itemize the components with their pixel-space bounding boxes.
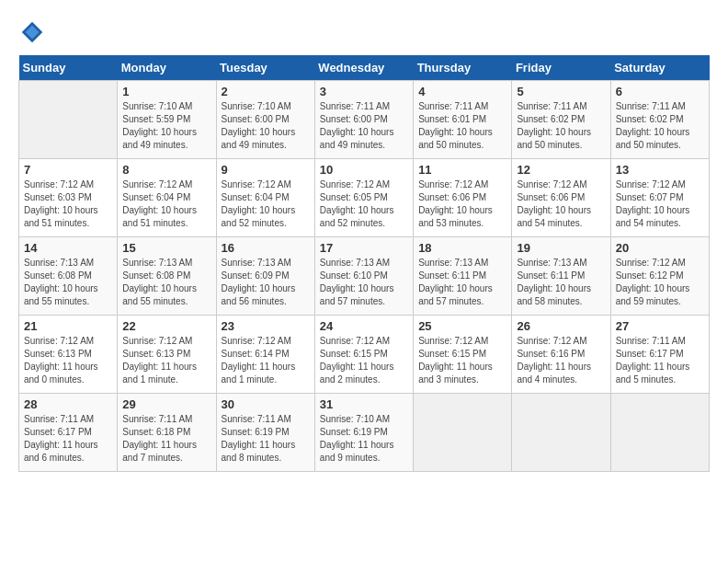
calendar-cell (512, 394, 610, 472)
calendar-cell: 12Sunrise: 7:12 AMSunset: 6:06 PMDayligh… (512, 159, 610, 237)
calendar-cell: 20Sunrise: 7:12 AMSunset: 6:12 PMDayligh… (610, 237, 709, 316)
calendar-cell: 18Sunrise: 7:13 AMSunset: 6:11 PMDayligh… (414, 237, 512, 316)
day-number: 6 (616, 85, 704, 98)
day-info: Sunrise: 7:12 AMSunset: 6:06 PMDaylight:… (517, 178, 605, 230)
day-number: 15 (122, 241, 210, 255)
day-info: Sunrise: 7:11 AMSunset: 6:00 PMDaylight:… (320, 100, 408, 152)
day-number: 12 (517, 163, 605, 177)
calendar-week-1: 1Sunrise: 7:10 AMSunset: 5:59 PMDaylight… (19, 81, 710, 159)
day-number: 13 (616, 163, 704, 177)
calendar-body: 1Sunrise: 7:10 AMSunset: 5:59 PMDaylight… (19, 81, 710, 472)
day-number: 14 (24, 241, 112, 255)
day-info: Sunrise: 7:11 AMSunset: 6:02 PMDaylight:… (616, 100, 704, 152)
page-header (18, 18, 710, 46)
day-info: Sunrise: 7:13 AMSunset: 6:08 PMDaylight:… (24, 257, 112, 308)
calendar-cell: 4Sunrise: 7:11 AMSunset: 6:01 PMDaylight… (414, 81, 512, 159)
day-number: 2 (222, 85, 310, 98)
day-number: 27 (616, 319, 704, 333)
day-info: Sunrise: 7:12 AMSunset: 6:15 PMDaylight:… (418, 335, 506, 386)
day-info: Sunrise: 7:10 AMSunset: 5:59 PMDaylight:… (122, 100, 210, 152)
day-info: Sunrise: 7:12 AMSunset: 6:13 PMDaylight:… (24, 335, 112, 386)
day-number: 18 (418, 241, 506, 255)
day-info: Sunrise: 7:12 AMSunset: 6:06 PMDaylight:… (418, 178, 506, 230)
day-info: Sunrise: 7:11 AMSunset: 6:18 PMDaylight:… (122, 413, 210, 465)
weekday-wednesday: Wednesday (314, 55, 413, 81)
weekday-header-row: SundayMondayTuesdayWednesdayThursdayFrid… (19, 55, 710, 81)
weekday-saturday: Saturday (610, 55, 709, 81)
calendar-cell: 1Sunrise: 7:10 AMSunset: 5:59 PMDaylight… (118, 81, 216, 159)
calendar-cell: 15Sunrise: 7:13 AMSunset: 6:08 PMDayligh… (118, 237, 216, 316)
day-info: Sunrise: 7:12 AMSunset: 6:04 PMDaylight:… (222, 178, 310, 230)
calendar-cell: 28Sunrise: 7:11 AMSunset: 6:17 PMDayligh… (19, 394, 118, 472)
day-info: Sunrise: 7:10 AMSunset: 6:19 PMDaylight:… (320, 413, 408, 465)
day-info: Sunrise: 7:13 AMSunset: 6:10 PMDaylight:… (320, 257, 408, 308)
day-number: 20 (616, 241, 704, 255)
calendar-cell: 26Sunrise: 7:12 AMSunset: 6:16 PMDayligh… (512, 316, 610, 394)
day-number: 30 (222, 397, 310, 411)
calendar-cell: 31Sunrise: 7:10 AMSunset: 6:19 PMDayligh… (314, 394, 413, 472)
calendar-cell: 9Sunrise: 7:12 AMSunset: 6:04 PMDaylight… (216, 159, 314, 237)
day-number: 1 (122, 85, 210, 98)
weekday-sunday: Sunday (19, 55, 118, 81)
day-number: 23 (222, 319, 310, 333)
day-number: 24 (320, 319, 408, 333)
day-info: Sunrise: 7:11 AMSunset: 6:17 PMDaylight:… (24, 413, 112, 465)
day-number: 22 (122, 319, 210, 333)
day-info: Sunrise: 7:11 AMSunset: 6:19 PMDaylight:… (222, 413, 310, 465)
day-info: Sunrise: 7:12 AMSunset: 6:12 PMDaylight:… (616, 257, 704, 308)
calendar-cell: 21Sunrise: 7:12 AMSunset: 6:13 PMDayligh… (19, 316, 118, 394)
day-number: 28 (24, 397, 112, 411)
calendar-cell: 7Sunrise: 7:12 AMSunset: 6:03 PMDaylight… (19, 159, 118, 237)
calendar-cell: 3Sunrise: 7:11 AMSunset: 6:00 PMDaylight… (314, 81, 413, 159)
calendar-cell: 14Sunrise: 7:13 AMSunset: 6:08 PMDayligh… (19, 237, 118, 316)
day-number: 3 (320, 85, 408, 98)
calendar-cell (610, 394, 709, 472)
day-info: Sunrise: 7:10 AMSunset: 6:00 PMDaylight:… (222, 100, 310, 152)
calendar-week-2: 7Sunrise: 7:12 AMSunset: 6:03 PMDaylight… (19, 159, 710, 237)
day-number: 21 (24, 319, 112, 333)
calendar-cell: 30Sunrise: 7:11 AMSunset: 6:19 PMDayligh… (216, 394, 314, 472)
calendar-week-3: 14Sunrise: 7:13 AMSunset: 6:08 PMDayligh… (19, 237, 710, 316)
day-number: 19 (517, 241, 605, 255)
day-info: Sunrise: 7:12 AMSunset: 6:04 PMDaylight:… (122, 178, 210, 230)
calendar-table: SundayMondayTuesdayWednesdayThursdayFrid… (18, 55, 710, 472)
calendar-cell: 10Sunrise: 7:12 AMSunset: 6:05 PMDayligh… (314, 159, 413, 237)
calendar-cell: 5Sunrise: 7:11 AMSunset: 6:02 PMDaylight… (512, 81, 610, 159)
day-number: 16 (222, 241, 310, 255)
weekday-tuesday: Tuesday (216, 55, 314, 81)
day-info: Sunrise: 7:13 AMSunset: 6:11 PMDaylight:… (418, 257, 506, 308)
weekday-monday: Monday (118, 55, 216, 81)
calendar-cell: 6Sunrise: 7:11 AMSunset: 6:02 PMDaylight… (610, 81, 709, 159)
calendar-week-5: 28Sunrise: 7:11 AMSunset: 6:17 PMDayligh… (19, 394, 710, 472)
day-info: Sunrise: 7:12 AMSunset: 6:03 PMDaylight:… (24, 178, 112, 230)
day-info: Sunrise: 7:13 AMSunset: 6:11 PMDaylight:… (517, 257, 605, 308)
day-number: 8 (122, 163, 210, 177)
day-info: Sunrise: 7:12 AMSunset: 6:16 PMDaylight:… (517, 335, 605, 386)
day-number: 31 (320, 397, 408, 411)
day-number: 26 (517, 319, 605, 333)
weekday-thursday: Thursday (414, 55, 512, 81)
calendar-cell: 22Sunrise: 7:12 AMSunset: 6:13 PMDayligh… (118, 316, 216, 394)
calendar-cell: 27Sunrise: 7:11 AMSunset: 6:17 PMDayligh… (610, 316, 709, 394)
calendar-cell: 2Sunrise: 7:10 AMSunset: 6:00 PMDaylight… (216, 81, 314, 159)
calendar-cell: 11Sunrise: 7:12 AMSunset: 6:06 PMDayligh… (414, 159, 512, 237)
calendar-cell: 23Sunrise: 7:12 AMSunset: 6:14 PMDayligh… (216, 316, 314, 394)
calendar-cell: 25Sunrise: 7:12 AMSunset: 6:15 PMDayligh… (414, 316, 512, 394)
day-info: Sunrise: 7:11 AMSunset: 6:02 PMDaylight:… (517, 100, 605, 152)
day-info: Sunrise: 7:12 AMSunset: 6:13 PMDaylight:… (122, 335, 210, 386)
day-info: Sunrise: 7:12 AMSunset: 6:05 PMDaylight:… (320, 178, 408, 230)
logo (18, 18, 50, 46)
day-info: Sunrise: 7:11 AMSunset: 6:01 PMDaylight:… (418, 100, 506, 152)
day-info: Sunrise: 7:13 AMSunset: 6:09 PMDaylight:… (222, 257, 310, 308)
day-number: 17 (320, 241, 408, 255)
day-info: Sunrise: 7:12 AMSunset: 6:15 PMDaylight:… (320, 335, 408, 386)
calendar-cell: 13Sunrise: 7:12 AMSunset: 6:07 PMDayligh… (610, 159, 709, 237)
calendar-week-4: 21Sunrise: 7:12 AMSunset: 6:13 PMDayligh… (19, 316, 710, 394)
logo-icon (18, 18, 46, 46)
day-number: 29 (122, 397, 210, 411)
calendar-cell: 24Sunrise: 7:12 AMSunset: 6:15 PMDayligh… (314, 316, 413, 394)
calendar-cell: 17Sunrise: 7:13 AMSunset: 6:10 PMDayligh… (314, 237, 413, 316)
day-number: 7 (24, 163, 112, 177)
calendar-cell (414, 394, 512, 472)
day-number: 9 (222, 163, 310, 177)
